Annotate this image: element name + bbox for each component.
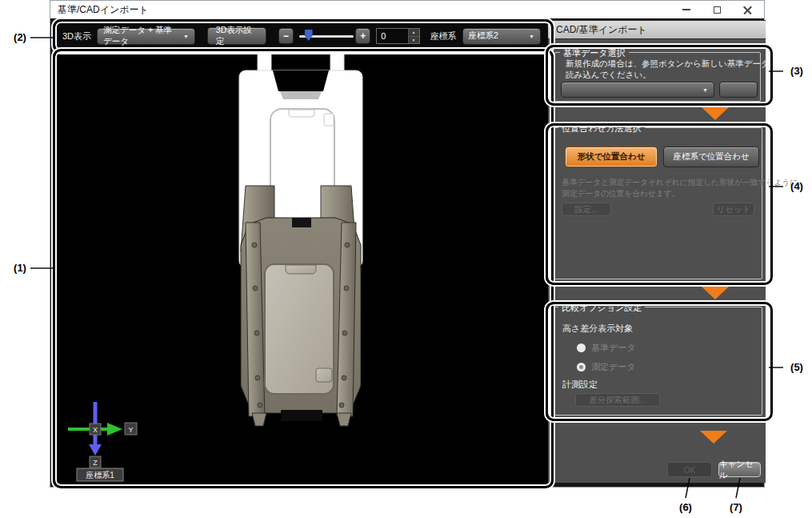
radio-reference-icon[interactable] [577, 343, 586, 352]
callout-label-2: (2) [6, 31, 34, 43]
chevron-down-icon: ▼ [529, 34, 534, 39]
align-by-coord-button[interactable]: 座標系で位置合わせ [663, 147, 759, 167]
y-axis-label: Y [128, 426, 133, 434]
zoom-slider-thumb[interactable] [305, 30, 313, 41]
radio-measure-icon[interactable] [577, 363, 586, 371]
radio-row-reference[interactable]: 基準データ [577, 342, 636, 354]
close-button[interactable] [732, 1, 762, 18]
compare-group-title: 比較オプション設定 [558, 302, 645, 314]
chevron-down-icon: ▼ [183, 34, 189, 39]
flow-arrow-down-icon-1 [702, 107, 729, 120]
callout-label-1: (1) [6, 262, 34, 274]
alignment-group-title: 位置合わせ方法選択 [558, 122, 645, 135]
spinner-down-button[interactable]: ▼ [409, 36, 419, 44]
callout-label-7: (7) [722, 501, 750, 513]
minimize-icon [682, 9, 690, 10]
align-by-shape-button[interactable]: 形状で位置合わせ [565, 147, 658, 167]
cancel-button[interactable]: キャンセル [718, 462, 761, 477]
y-axis-arrow-icon [107, 423, 122, 436]
rotation-value-input[interactable]: 0 ▲ ▼ [376, 28, 419, 44]
align-reset-button[interactable]: リセット [713, 203, 754, 216]
title-bar[interactable]: 基準/CADインポート [50, 1, 764, 18]
callout-label-5: (5) [783, 361, 810, 373]
3d-display-settings-button[interactable]: 3D表示設定 [207, 27, 266, 45]
rotation-value: 0 [377, 29, 407, 43]
radio-row-measure[interactable]: 測定データ [577, 361, 636, 373]
x-axis-label: X [93, 426, 98, 434]
coord-system-label: 座標系 [430, 30, 457, 42]
measurement-settings-label: 計測設定 [562, 379, 598, 391]
minimize-button[interactable] [671, 1, 702, 18]
spinner-up-button[interactable]: ▲ [409, 29, 419, 36]
height-diff-target-label: 高さ差分表示対象 [562, 323, 633, 335]
close-icon [743, 6, 752, 14]
reference-desc-line2: 読み込んでください。 [566, 70, 651, 81]
coord-system-value: 座標系2 [469, 30, 498, 42]
maximize-button[interactable] [702, 1, 732, 18]
axis-triad: X Y Z 座標系1 [68, 402, 137, 481]
callout-label-3: (3) [783, 65, 810, 77]
flow-arrow-down-icon-2 [702, 287, 729, 299]
window-title: 基準/CADインポート [58, 3, 149, 17]
browse-button[interactable] [719, 82, 758, 98]
import-side-panel: CAD/基準インポート 基準データ選択 新規作成の場合は、参照ボタンから新しい基… [548, 20, 766, 483]
reference-desc-line1: 新規作成の場合は、参照ボタンから新しい基準データを [566, 58, 778, 70]
maximize-icon [714, 6, 721, 14]
3d-viewport[interactable]: X Y Z 座標系1 [55, 51, 548, 483]
coord-system-badge: 座標系1 [86, 471, 114, 480]
zoom-in-button[interactable]: + [355, 28, 370, 44]
alignment-desc-line2: 測定データの位置を合わせます。 [562, 188, 679, 199]
alignment-desc-line1: 基準データと測定データそれぞれに指定した形状が一致するように、 [562, 177, 806, 188]
measured-data-part [241, 186, 361, 426]
view-mode-label: 3D表示 [62, 30, 91, 42]
zoom-out-button[interactable]: − [278, 28, 294, 44]
reference-group-title: 基準データ選択 [560, 47, 629, 59]
z-axis-label: Z [93, 459, 98, 467]
ok-button[interactable]: OK [667, 462, 712, 477]
rotation-spinner: ▲ ▼ [408, 29, 419, 43]
flow-arrow-down-icon-3 [700, 431, 727, 444]
reference-data-dropdown[interactable]: ▼ [561, 82, 714, 98]
callout-label-4: (4) [783, 180, 810, 192]
panel-header: CAD/基準インポート [548, 20, 766, 39]
callout-label-6: (6) [672, 501, 699, 513]
dialog-window: 基準/CADインポート 3D表示 測定データ + 基準データ ▼ 3D表示設定 … [50, 0, 765, 488]
align-config-button[interactable]: 設定... [562, 203, 611, 216]
diff-search-range-button[interactable]: 差分探索範囲... [575, 393, 660, 407]
coord-system-dropdown[interactable]: 座標系2 ▼ [462, 28, 541, 45]
zoom-slider[interactable] [299, 29, 350, 43]
z-axis-arrow-icon [89, 444, 102, 456]
window-controls [671, 1, 762, 18]
3d-scene: X Y Z 座標系1 [55, 51, 548, 483]
view-mode-value: 測定データ + 基準データ [103, 25, 178, 47]
radio-reference-label: 基準データ [591, 342, 636, 354]
3d-view-toolbar: 3D表示 測定データ + 基準データ ▼ 3D表示設定 − + 0 ▲ ▼ 座標… [55, 23, 548, 49]
view-mode-dropdown[interactable]: 測定データ + 基準データ ▼ [97, 28, 195, 45]
screenshot-page: 基準/CADインポート 3D表示 測定データ + 基準データ ▼ 3D表示設定 … [0, 0, 812, 518]
panel-title: CAD/基準インポート [556, 23, 647, 37]
radio-measure-label: 測定データ [591, 361, 636, 373]
chevron-down-icon: ▼ [702, 87, 708, 93]
